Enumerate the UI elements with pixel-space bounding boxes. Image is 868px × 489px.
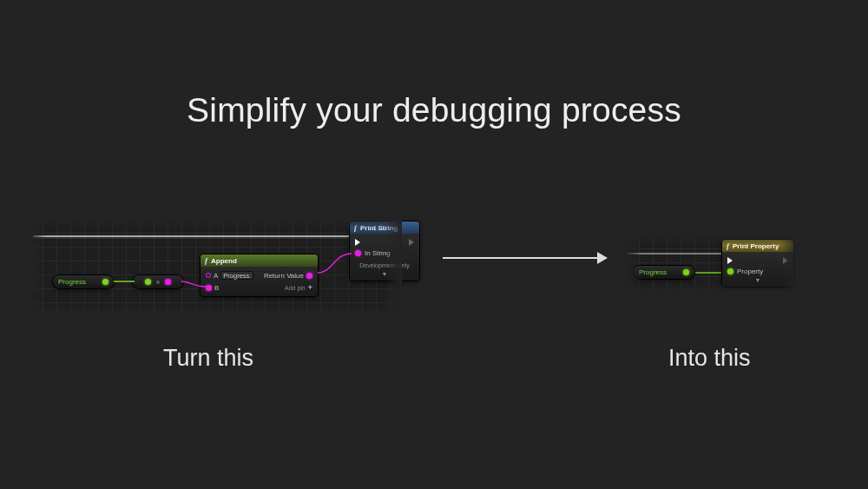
add-pin-button[interactable]: + (308, 283, 312, 292)
pin-var-out[interactable] (683, 269, 689, 275)
caption-after: Into this (668, 345, 751, 372)
before-graph-canvas: f Print String In String Development Onl… (29, 219, 402, 314)
node-append[interactable]: f Append A Progress: Return Value (201, 254, 318, 296)
pin-return-value[interactable] (306, 273, 312, 279)
headline: Simplify your debugging process (0, 91, 868, 129)
pin-in-string[interactable] (355, 250, 361, 256)
node-get-progress[interactable]: Progress (53, 275, 114, 288)
exec-in-pin[interactable] (355, 239, 360, 246)
after-graph-canvas: f Print Property Property ▼ Progress (625, 235, 799, 294)
node-header: f Append (201, 254, 318, 267)
pin-return-label: Return Value (264, 272, 304, 280)
exec-in-pin[interactable] (727, 257, 733, 264)
add-pin-label: Add pin (285, 285, 306, 291)
variable-name: Progress (58, 278, 86, 286)
pin-var-out[interactable] (102, 279, 108, 285)
function-icon: f (205, 256, 207, 265)
node-get-progress[interactable]: Progress (634, 266, 694, 279)
node-title: Append (211, 257, 237, 265)
exec-out-pin[interactable] (409, 239, 414, 246)
caption-before: Turn this (163, 345, 253, 372)
pin-b-label: B (214, 284, 219, 292)
pin-a[interactable] (206, 273, 211, 278)
pin-a-label: A (214, 272, 218, 280)
pin-label: Property (737, 268, 763, 275)
conv-in-pin[interactable] (145, 279, 151, 285)
pin-a-default-input[interactable]: Progress: (220, 271, 253, 280)
pin-property[interactable] (727, 268, 733, 274)
conv-out-pin[interactable] (165, 279, 171, 285)
transform-arrow (443, 252, 608, 264)
expand-node-icon[interactable]: ▼ (755, 277, 761, 283)
conv-indicator (156, 281, 160, 284)
variable-name: Progress (639, 268, 667, 276)
arrow-head-icon (597, 252, 608, 264)
node-conversion[interactable] (133, 275, 183, 288)
pin-b[interactable] (206, 285, 212, 291)
